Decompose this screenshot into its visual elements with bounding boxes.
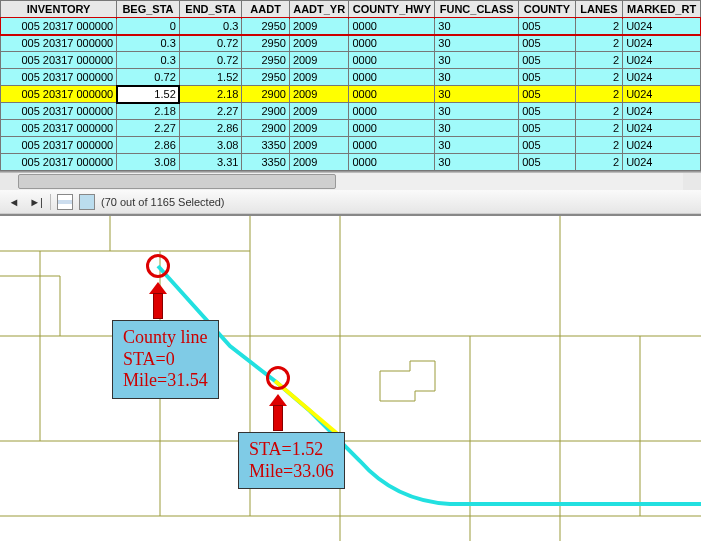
col-inventory[interactable]: INVENTORY [1,1,117,18]
cell[interactable]: 2009 [289,103,349,120]
table-row[interactable]: 005 20317 0000000.721.522950200900003000… [1,69,701,86]
cell[interactable]: 30 [435,52,519,69]
cell[interactable]: U024 [623,86,701,103]
prev-record-button[interactable]: ◄ [6,194,22,210]
cell[interactable]: 005 20317 000000 [1,35,117,52]
cell[interactable]: 2009 [289,52,349,69]
cell[interactable]: 2900 [242,120,289,137]
col-aadt-yr[interactable]: AADT_YR [289,1,349,18]
table-row[interactable]: 005 20317 0000000.30.7229502009000030005… [1,35,701,52]
cell[interactable]: 2 [575,69,622,86]
cell[interactable]: 0.3 [117,52,180,69]
cell[interactable]: 2 [575,120,622,137]
cell[interactable]: 3.31 [179,154,242,171]
cell[interactable]: 30 [435,137,519,154]
table-row[interactable]: 005 20317 0000002.182.272900200900003000… [1,103,701,120]
cell[interactable]: U024 [623,137,701,154]
next-record-button[interactable]: ►| [28,194,44,210]
cell[interactable]: 005 20317 000000 [1,52,117,69]
cell[interactable]: 005 20317 000000 [1,86,117,103]
cell[interactable]: 2 [575,137,622,154]
cell[interactable]: 005 [519,35,576,52]
cell[interactable]: U024 [623,154,701,171]
cell[interactable]: 2 [575,35,622,52]
cell[interactable]: 005 20317 000000 [1,137,117,154]
cell[interactable]: U024 [623,35,701,52]
cell[interactable]: 0 [117,18,180,35]
table-row[interactable]: 005 20317 00000000.3295020090000300052U0… [1,18,701,35]
show-selected-records-icon[interactable] [79,194,95,210]
col-lanes[interactable]: LANES [575,1,622,18]
cell[interactable]: 005 [519,137,576,154]
cell[interactable]: 1.52 [117,86,180,103]
cell[interactable]: 30 [435,69,519,86]
cell[interactable]: 2 [575,86,622,103]
cell[interactable]: 0000 [349,120,435,137]
col-marked-rt[interactable]: MARKED_RT [623,1,701,18]
cell[interactable]: 0000 [349,137,435,154]
col-county[interactable]: COUNTY [519,1,576,18]
cell[interactable]: 2009 [289,137,349,154]
col-aadt[interactable]: AADT [242,1,289,18]
cell[interactable]: 2009 [289,18,349,35]
cell[interactable]: 3.08 [179,137,242,154]
cell[interactable]: U024 [623,103,701,120]
cell[interactable]: U024 [623,120,701,137]
col-county-hwy[interactable]: COUNTY_HWY [349,1,435,18]
cell[interactable]: 2900 [242,86,289,103]
cell[interactable]: 30 [435,103,519,120]
cell[interactable]: 005 20317 000000 [1,103,117,120]
cell[interactable]: 2 [575,103,622,120]
cell[interactable]: 005 [519,120,576,137]
cell[interactable]: 30 [435,154,519,171]
cell[interactable]: 30 [435,35,519,52]
cell[interactable]: 2950 [242,18,289,35]
cell[interactable]: 2.18 [117,103,180,120]
cell[interactable]: 3350 [242,137,289,154]
cell[interactable]: U024 [623,69,701,86]
cell[interactable]: 2950 [242,35,289,52]
cell[interactable]: 005 [519,18,576,35]
cell[interactable]: 0.72 [117,69,180,86]
cell[interactable]: U024 [623,52,701,69]
cell[interactable]: 2.86 [117,137,180,154]
cell[interactable]: 30 [435,86,519,103]
cell[interactable]: 005 20317 000000 [1,69,117,86]
cell[interactable]: 2.27 [179,103,242,120]
cell[interactable]: 3350 [242,154,289,171]
cell[interactable]: 0.3 [117,35,180,52]
cell[interactable]: 2009 [289,154,349,171]
cell[interactable]: 0000 [349,86,435,103]
cell[interactable]: 005 [519,69,576,86]
cell[interactable]: 0000 [349,18,435,35]
cell[interactable]: 2950 [242,52,289,69]
cell[interactable]: U024 [623,18,701,35]
cell[interactable]: 005 [519,154,576,171]
horizontal-scrollbar[interactable] [0,172,701,190]
cell[interactable]: 0000 [349,154,435,171]
table-row[interactable]: 005 20317 0000002.863.083350200900003000… [1,137,701,154]
cell[interactable]: 0.72 [179,35,242,52]
cell[interactable]: 2 [575,18,622,35]
cell[interactable]: 2009 [289,86,349,103]
cell[interactable]: 005 20317 000000 [1,18,117,35]
cell[interactable]: 0.3 [179,18,242,35]
cell[interactable]: 2009 [289,35,349,52]
cell[interactable]: 2 [575,154,622,171]
cell[interactable]: 2900 [242,103,289,120]
cell[interactable]: 2950 [242,69,289,86]
show-all-records-icon[interactable] [57,194,73,210]
cell[interactable]: 005 [519,86,576,103]
table-row[interactable]: 005 20317 0000001.522.182900200900003000… [1,86,701,103]
cell[interactable]: 0000 [349,103,435,120]
map-view[interactable]: County line STA=0 Mile=31.54 STA=1.52 Mi… [0,214,701,541]
cell[interactable]: 2.27 [117,120,180,137]
cell[interactable]: 005 [519,103,576,120]
col-end-sta[interactable]: END_STA [179,1,242,18]
map-canvas[interactable] [0,216,701,541]
cell[interactable]: 30 [435,18,519,35]
cell[interactable]: 2.86 [179,120,242,137]
cell[interactable]: 2009 [289,120,349,137]
cell[interactable]: 0000 [349,69,435,86]
table-row[interactable]: 005 20317 0000002.272.862900200900003000… [1,120,701,137]
